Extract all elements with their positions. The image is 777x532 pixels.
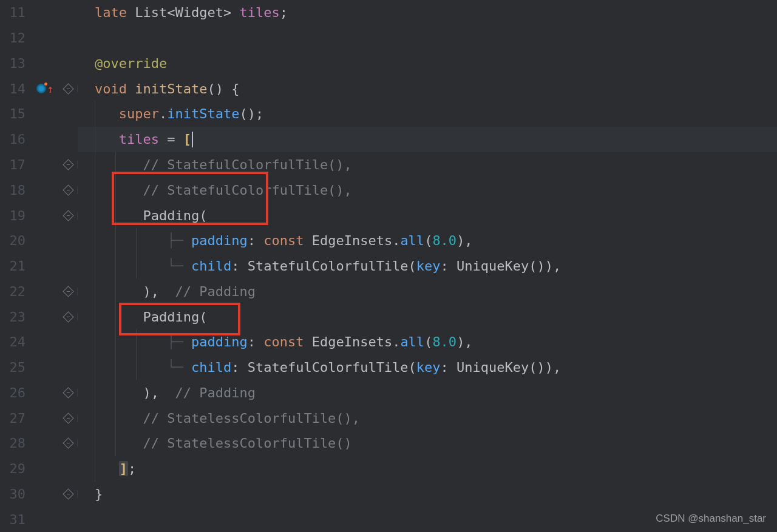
line-number[interactable]: 26 [0,385,30,400]
fold-column[interactable] [59,161,78,169]
override-icon[interactable] [36,84,46,93]
line-number[interactable]: 18 [0,183,30,198]
line-number[interactable]: 14 [0,81,30,96]
gutter-line: 15 [0,101,78,127]
line-number[interactable]: 17 [0,157,30,172]
line-number[interactable]: 27 [0,411,30,426]
fold-column[interactable] [59,313,78,321]
token-method: initState [167,106,239,121]
fold-close-icon[interactable] [63,438,73,449]
token-punct: = [159,132,183,147]
fold-column[interactable] [59,186,78,194]
watermark: CSDN @shanshan_star [656,513,766,525]
code-line[interactable]: ), // Padding [78,278,777,304]
code-line[interactable]: super.initState(); [78,101,777,127]
code-line[interactable]: ├─ padding: const EdgeInsets.all(8.0), [78,329,777,355]
code-line[interactable]: // StatefulColorfulTile(), [78,177,777,203]
fold-column[interactable] [59,85,78,93]
code-line[interactable]: ), // Padding [78,380,777,405]
token-punct: () { [207,81,239,96]
gutter-line: 22 [0,278,78,304]
fold-column[interactable] [59,212,78,220]
token-param: key [416,360,441,375]
indent-guide [95,431,95,456]
token-funcdef: initState [135,81,207,96]
line-number[interactable]: 11 [0,5,30,20]
line-number[interactable]: 20 [0,233,30,248]
indent-guide [115,203,116,228]
indent-guide [136,254,137,279]
gutter-line: 28 [0,431,78,456]
code-line[interactable]: ]; [78,456,777,482]
fold-close-icon[interactable] [63,286,73,297]
line-number[interactable]: 16 [0,132,30,147]
fold-open-icon[interactable] [63,412,73,423]
token-type: StatefulColorfulTile [248,258,409,274]
gutter-line: 14↑ [0,76,78,101]
token-punct: : [231,258,248,274]
gutter-line: 30 [0,482,78,507]
code-line[interactable]: @override [78,51,777,76]
gutter-line: 19 [0,203,78,228]
line-number[interactable]: 25 [0,360,30,375]
fold-close-icon[interactable] [63,488,73,499]
token-comment: // StatefulColorfulTile(), [143,183,351,198]
token-punct: ( [199,208,207,223]
token-bracket-y: [ [183,132,191,147]
indent-guide [115,304,116,329]
token-punct: ( [424,233,432,248]
fold-open-icon[interactable] [63,159,73,170]
fold-column[interactable] [59,389,78,397]
fold-column[interactable] [59,414,78,422]
token-annotation: @override [95,56,167,71]
code-line[interactable]: └─ child: StatefulColorfulTile(key: Uniq… [78,254,777,279]
code-content[interactable]: late List<Widget> tiles;@overridevoid in… [78,0,777,532]
fold-column[interactable] [59,439,78,447]
line-number[interactable]: 31 [0,512,30,527]
code-line[interactable]: tiles = [ [78,127,777,152]
token-punct: ), [143,385,175,400]
line-number[interactable]: 21 [0,258,30,274]
line-number[interactable]: 13 [0,56,30,71]
token-punct: : [441,360,457,375]
code-line[interactable]: // StatefulColorfulTile(), [78,152,777,178]
line-number[interactable]: 29 [0,461,30,476]
fold-column[interactable] [59,288,78,295]
token-param: child [191,360,231,375]
line-number[interactable]: 12 [0,30,30,45]
code-line[interactable] [78,25,777,51]
line-number[interactable]: 28 [0,436,30,451]
gutter-line: 26 [0,380,78,405]
line-number[interactable]: 30 [0,487,30,502]
code-line[interactable]: ├─ padding: const EdgeInsets.all(8.0), [78,228,777,254]
code-line[interactable]: // StatelessColorfulTile() [78,431,777,456]
fold-open-icon[interactable] [63,311,73,322]
fold-open-icon[interactable] [63,210,73,221]
token-punct: : [248,233,264,248]
line-number[interactable]: 23 [0,309,30,325]
code-line[interactable]: // StatelessColorfulTile(), [78,405,777,431]
line-number[interactable]: 19 [0,208,30,223]
token-punct: . [392,233,400,248]
code-editor[interactable]: 11121314↑1516171819202122232425262728293… [0,0,777,532]
fold-column[interactable] [59,490,78,498]
code-line[interactable]: } [78,482,777,507]
line-number[interactable]: 15 [0,106,30,121]
fold-close-icon[interactable] [63,387,73,398]
code-line[interactable]: Padding( [78,203,777,228]
code-line[interactable]: void initState() { [78,76,777,101]
indent-guide [95,329,95,355]
code-line[interactable]: late List<Widget> tiles; [78,0,777,25]
gutter-line: 11 [0,0,78,25]
indent-guide [95,254,95,279]
gutter-line: 23 [0,304,78,329]
gutter-line: 13 [0,51,78,76]
code-line[interactable]: Padding( [78,304,777,329]
line-number[interactable]: 24 [0,334,30,349]
fold-close-icon[interactable] [63,184,73,195]
line-number[interactable]: 22 [0,284,30,299]
token-punct: ()), [529,258,561,274]
code-line[interactable]: └─ child: StatefulColorfulTile(key: Uniq… [78,355,777,380]
indent-guide [95,456,95,482]
fold-open-icon[interactable] [63,83,73,94]
